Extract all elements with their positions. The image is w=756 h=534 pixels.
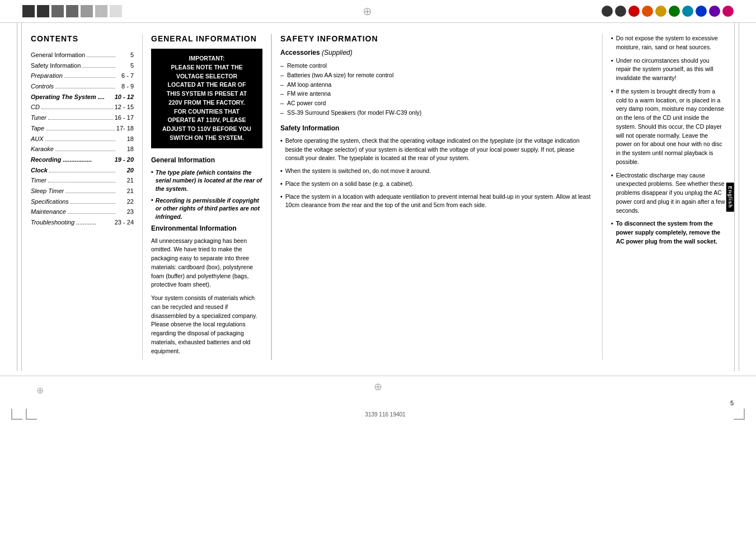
toc-item: Timer 21	[31, 175, 134, 186]
accessories-heading: Accessories (Supplied)	[280, 49, 594, 57]
circle-purple	[709, 6, 720, 17]
top-bar	[0, 0, 756, 23]
contents-heading: CONTENTS	[31, 34, 134, 43]
safety-bullet-2: • When the system is switched on, do not…	[280, 167, 594, 176]
toc-label: CD	[31, 102, 40, 113]
safety-right-bullet-1: • Do not expose the system to excessive …	[611, 34, 725, 52]
toc-page: 23 - 24	[115, 217, 134, 228]
toc-item: AUX 18	[31, 134, 134, 144]
environmental-text-2: Your system consists of materials which …	[151, 294, 262, 355]
accessories-list: Remote control Batteries (two AA size) f…	[280, 61, 594, 118]
toc-label: Clock	[31, 165, 48, 176]
general-bullet-2: • Recording is permissible if copyright …	[151, 196, 262, 221]
toc-label: General Information	[31, 50, 85, 60]
important-line8: OPERATE AT 110V, PLEASE	[156, 116, 258, 125]
toc-label: Troubleshooting ............	[31, 217, 97, 228]
footer-code: 3139 116 19401	[365, 409, 405, 420]
toc-item: Safety Information 5	[31, 60, 134, 71]
accessory-speakers: SS-39 Surround Speakers (for model FW-C3…	[280, 108, 594, 118]
toc-label: Recording .................	[31, 154, 92, 165]
important-box: IMPORTANT: PLEASE NOTE THAT THE VOLTAGE …	[151, 49, 262, 148]
toc-page: 19 - 20	[115, 154, 134, 165]
toc-item: Troubleshooting ............ 23 - 24	[31, 217, 134, 228]
circle-yellow	[655, 6, 666, 17]
safety-right-bullet-4: • Electrostatic discharge may cause unex…	[611, 171, 725, 216]
toc-page: 17- 18	[116, 123, 134, 134]
toc-item: Specifications 22	[31, 196, 134, 207]
circle-1	[602, 6, 613, 17]
toc-item: Recording ................. 19 - 20	[31, 154, 134, 165]
toc-item: Sleep Timer 21	[31, 186, 134, 196]
important-line10: SWITCH ON THE SYSTEM.	[156, 134, 258, 143]
important-line2: PLEASE NOTE THAT THE	[156, 63, 258, 72]
circle-green	[669, 6, 680, 17]
general-information-column: GENERAL INFORMATION IMPORTANT: PLEASE NO…	[143, 34, 271, 360]
accessory-fm-antenna: FM wire antenna	[280, 89, 594, 99]
bottom-left-brackets	[11, 409, 37, 420]
important-line1: IMPORTANT:	[156, 54, 258, 63]
safety-bullet-4: • Place the system in a location with ad…	[280, 193, 594, 210]
circle-2	[615, 6, 626, 17]
toc-label: Tape	[31, 123, 44, 134]
toc-label: Specifications	[31, 196, 69, 207]
safety-information-heading: SAFETY INFORMATION	[280, 34, 594, 43]
toc-page: 23	[117, 207, 134, 217]
safety-right-bullet-3: • If the system is brought directly from…	[611, 87, 725, 167]
toc-page: 20	[117, 165, 134, 176]
bottom-bar	[0, 376, 756, 397]
toc-label: Maintenance	[31, 207, 66, 217]
page-number: 5	[0, 397, 756, 409]
safety-right-column: • Do not expose the system to excessive …	[602, 34, 725, 360]
square-1	[22, 5, 35, 17]
toc-item: Clock 20	[31, 165, 134, 176]
toc-label: Operating The System ....	[31, 92, 105, 102]
safety-bullets-list: • Before operating the system, check tha…	[280, 137, 594, 210]
right-margin	[728, 23, 745, 371]
bottom-compass-icon	[374, 381, 382, 393]
square-4	[66, 5, 78, 17]
top-bar-squares	[22, 5, 122, 17]
top-bar-circles-right	[602, 6, 734, 17]
toc-item: Controls 8 - 9	[31, 81, 134, 92]
square-6	[95, 5, 107, 17]
toc-item: Operating The System .... 10 - 12	[31, 92, 134, 102]
toc-item: CD 12 - 15	[31, 102, 134, 113]
toc-label: Sleep Timer	[31, 186, 64, 196]
toc-page: 18	[117, 134, 134, 144]
important-line5: THIS SYSTEM IS PRESET AT	[156, 90, 258, 99]
toc-page: 10 - 12	[115, 92, 134, 102]
toc-item: General Information 5	[31, 50, 134, 60]
toc-label: Tuner	[31, 113, 46, 123]
circle-cyan	[682, 6, 693, 17]
accessory-am-antenna: AM loop antenna	[280, 80, 594, 90]
toc-page: 6 - 7	[117, 71, 134, 81]
circle-red	[628, 6, 640, 17]
important-line9: ADJUST TO 110V BEFORE YOU	[156, 125, 258, 134]
toc-label: Controls	[31, 81, 54, 92]
toc-page: 5	[117, 50, 134, 60]
contents-column: CONTENTS General Information 5 Safety In…	[31, 34, 143, 360]
toc-label: Karaoke	[31, 144, 54, 154]
important-line6: 220V FROM THE FACTORY.	[156, 99, 258, 107]
toc-label: Preparation	[31, 71, 63, 81]
toc-item: Maintenance 23	[31, 207, 134, 217]
safety-bullet-1: • Before operating the system, check tha…	[280, 137, 594, 163]
safety-right-bullet-5: • To disconnect the system from the powe…	[611, 219, 725, 246]
toc-page: 21	[117, 175, 134, 186]
important-line4: LOCATED AT THE REAR OF	[156, 81, 258, 90]
toc-item: Karaoke 18	[31, 144, 134, 154]
accessory-remote: Remote control	[280, 61, 594, 71]
general-info-subheading: General Information	[151, 156, 262, 164]
bottom-right-brackets	[734, 409, 745, 420]
toc-page: 5	[117, 60, 134, 71]
toc-label: Safety Information	[31, 60, 81, 71]
toc-item: Tuner 16 - 17	[31, 113, 134, 123]
safety-right-bullets-list: • Do not expose the system to excessive …	[611, 34, 725, 246]
toc-item: Preparation 6 - 7	[31, 71, 134, 81]
toc-page: 21	[117, 186, 134, 196]
corner-bracket-left-1	[11, 409, 22, 420]
accessory-ac-cord: AC power cord	[280, 99, 594, 108]
important-line3: VOLTAGE SELECTOR	[156, 72, 258, 81]
toc-page: 22	[117, 196, 134, 207]
left-margin	[11, 23, 28, 371]
